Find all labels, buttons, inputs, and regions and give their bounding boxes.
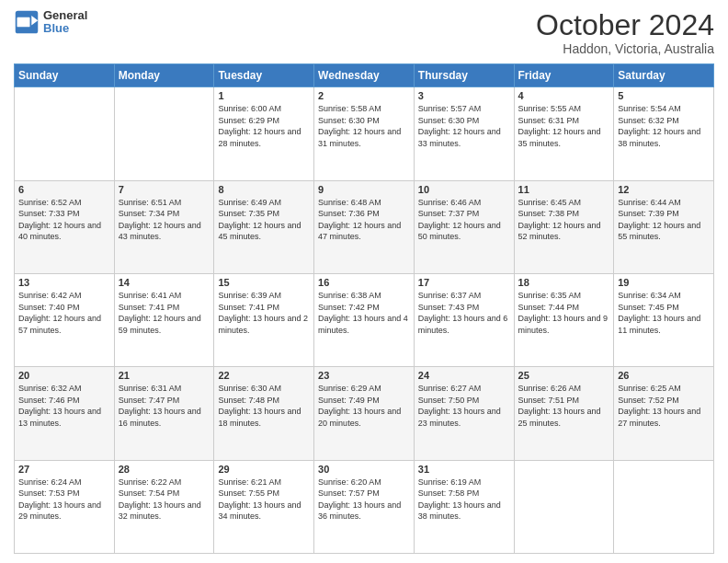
table-row: 18Sunrise: 6:35 AM Sunset: 7:44 PM Dayli… — [514, 273, 614, 366]
col-monday: Monday — [114, 64, 214, 87]
day-number: 13 — [18, 277, 110, 288]
col-thursday: Thursday — [414, 64, 514, 87]
col-wednesday: Wednesday — [314, 64, 415, 87]
calendar-week-row: 27Sunrise: 6:24 AM Sunset: 7:53 PM Dayli… — [15, 460, 714, 553]
table-row: 10Sunrise: 6:46 AM Sunset: 7:37 PM Dayli… — [414, 180, 514, 273]
day-info: Sunrise: 6:48 AM Sunset: 7:36 PM Dayligh… — [318, 197, 410, 243]
day-number: 11 — [518, 184, 610, 195]
day-info: Sunrise: 6:45 AM Sunset: 7:38 PM Dayligh… — [518, 197, 610, 243]
day-number: 15 — [218, 277, 310, 288]
day-info: Sunrise: 6:35 AM Sunset: 7:44 PM Dayligh… — [518, 290, 610, 336]
header: General Blue October 2024 Haddon, Victor… — [14, 9, 714, 56]
day-info: Sunrise: 5:54 AM Sunset: 6:32 PM Dayligh… — [618, 103, 710, 149]
day-info: Sunrise: 6:31 AM Sunset: 7:47 PM Dayligh… — [119, 383, 210, 429]
day-number: 30 — [318, 464, 410, 475]
day-info: Sunrise: 6:37 AM Sunset: 7:43 PM Dayligh… — [418, 290, 510, 336]
day-info: Sunrise: 6:52 AM Sunset: 7:33 PM Dayligh… — [18, 197, 110, 243]
table-row: 22Sunrise: 6:30 AM Sunset: 7:48 PM Dayli… — [214, 367, 314, 460]
day-number: 25 — [518, 370, 610, 381]
day-number: 16 — [318, 277, 410, 288]
day-info: Sunrise: 5:55 AM Sunset: 6:31 PM Dayligh… — [518, 103, 610, 149]
table-row: 31Sunrise: 6:19 AM Sunset: 7:58 PM Dayli… — [414, 460, 514, 553]
day-number: 20 — [18, 370, 110, 381]
table-row: 3Sunrise: 5:57 AM Sunset: 6:30 PM Daylig… — [414, 87, 514, 180]
table-row: 21Sunrise: 6:31 AM Sunset: 7:47 PM Dayli… — [114, 367, 214, 460]
day-info: Sunrise: 6:46 AM Sunset: 7:37 PM Dayligh… — [418, 197, 510, 243]
day-number: 22 — [218, 370, 310, 381]
day-number: 4 — [518, 90, 610, 101]
table-row: 25Sunrise: 6:26 AM Sunset: 7:51 PM Dayli… — [514, 367, 614, 460]
table-row: 20Sunrise: 6:32 AM Sunset: 7:46 PM Dayli… — [15, 367, 115, 460]
logo-text: General Blue — [43, 9, 87, 36]
day-number: 3 — [418, 90, 510, 101]
table-row: 2Sunrise: 5:58 AM Sunset: 6:30 PM Daylig… — [314, 87, 415, 180]
day-number: 5 — [618, 90, 710, 101]
day-number: 29 — [218, 464, 310, 475]
day-info: Sunrise: 5:58 AM Sunset: 6:30 PM Dayligh… — [318, 103, 410, 149]
day-number: 10 — [418, 184, 510, 195]
day-number: 24 — [418, 370, 510, 381]
calendar-week-row: 1Sunrise: 6:00 AM Sunset: 6:29 PM Daylig… — [15, 87, 714, 180]
day-info: Sunrise: 6:42 AM Sunset: 7:40 PM Dayligh… — [18, 290, 110, 336]
table-row — [614, 460, 714, 553]
location: Haddon, Victoria, Australia — [536, 41, 714, 56]
table-row: 8Sunrise: 6:49 AM Sunset: 7:35 PM Daylig… — [214, 180, 314, 273]
table-row: 26Sunrise: 6:25 AM Sunset: 7:52 PM Dayli… — [614, 367, 714, 460]
day-info: Sunrise: 6:30 AM Sunset: 7:48 PM Dayligh… — [218, 383, 310, 429]
day-info: Sunrise: 6:49 AM Sunset: 7:35 PM Dayligh… — [218, 197, 310, 243]
table-row: 14Sunrise: 6:41 AM Sunset: 7:41 PM Dayli… — [114, 273, 214, 366]
day-number: 23 — [318, 370, 410, 381]
calendar-week-row: 6Sunrise: 6:52 AM Sunset: 7:33 PM Daylig… — [15, 180, 714, 273]
day-number: 19 — [618, 277, 710, 288]
table-row: 23Sunrise: 6:29 AM Sunset: 7:49 PM Dayli… — [314, 367, 415, 460]
col-saturday: Saturday — [614, 64, 714, 87]
logo-icon — [14, 9, 40, 35]
day-info: Sunrise: 6:20 AM Sunset: 7:57 PM Dayligh… — [318, 477, 410, 523]
day-number: 9 — [318, 184, 410, 195]
svg-rect-2 — [17, 17, 30, 28]
table-row: 5Sunrise: 5:54 AM Sunset: 6:32 PM Daylig… — [614, 87, 714, 180]
day-info: Sunrise: 6:24 AM Sunset: 7:53 PM Dayligh… — [18, 477, 110, 523]
table-row: 7Sunrise: 6:51 AM Sunset: 7:34 PM Daylig… — [114, 180, 214, 273]
day-info: Sunrise: 6:19 AM Sunset: 7:58 PM Dayligh… — [418, 477, 510, 523]
month-title: October 2024 — [536, 9, 714, 41]
table-row: 4Sunrise: 5:55 AM Sunset: 6:31 PM Daylig… — [514, 87, 614, 180]
day-number: 12 — [618, 184, 710, 195]
table-row: 15Sunrise: 6:39 AM Sunset: 7:41 PM Dayli… — [214, 273, 314, 366]
day-info: Sunrise: 6:21 AM Sunset: 7:55 PM Dayligh… — [218, 477, 310, 523]
day-number: 28 — [119, 464, 210, 475]
day-info: Sunrise: 6:41 AM Sunset: 7:41 PM Dayligh… — [119, 290, 210, 336]
table-row: 24Sunrise: 6:27 AM Sunset: 7:50 PM Dayli… — [414, 367, 514, 460]
day-number: 6 — [18, 184, 110, 195]
table-row: 11Sunrise: 6:45 AM Sunset: 7:38 PM Dayli… — [514, 180, 614, 273]
day-number: 31 — [418, 464, 510, 475]
table-row: 27Sunrise: 6:24 AM Sunset: 7:53 PM Dayli… — [15, 460, 115, 553]
day-number: 8 — [218, 184, 310, 195]
day-number: 7 — [119, 184, 210, 195]
page: General Blue October 2024 Haddon, Victor… — [0, 0, 728, 563]
table-row: 12Sunrise: 6:44 AM Sunset: 7:39 PM Dayli… — [614, 180, 714, 273]
title-section: October 2024 Haddon, Victoria, Australia — [536, 9, 714, 56]
day-info: Sunrise: 6:44 AM Sunset: 7:39 PM Dayligh… — [618, 197, 710, 243]
table-row: 19Sunrise: 6:34 AM Sunset: 7:45 PM Dayli… — [614, 273, 714, 366]
day-number: 27 — [18, 464, 110, 475]
col-tuesday: Tuesday — [214, 64, 314, 87]
day-info: Sunrise: 6:32 AM Sunset: 7:46 PM Dayligh… — [18, 383, 110, 429]
col-friday: Friday — [514, 64, 614, 87]
day-number: 18 — [518, 277, 610, 288]
table-row: 29Sunrise: 6:21 AM Sunset: 7:55 PM Dayli… — [214, 460, 314, 553]
table-row: 1Sunrise: 6:00 AM Sunset: 6:29 PM Daylig… — [214, 87, 314, 180]
table-row: 17Sunrise: 6:37 AM Sunset: 7:43 PM Dayli… — [414, 273, 514, 366]
logo: General Blue — [14, 9, 87, 36]
table-row: 30Sunrise: 6:20 AM Sunset: 7:57 PM Dayli… — [314, 460, 415, 553]
day-number: 14 — [119, 277, 210, 288]
day-number: 2 — [318, 90, 410, 101]
table-row: 16Sunrise: 6:38 AM Sunset: 7:42 PM Dayli… — [314, 273, 415, 366]
logo-general: General — [43, 9, 87, 22]
day-number: 1 — [218, 90, 310, 101]
day-info: Sunrise: 6:38 AM Sunset: 7:42 PM Dayligh… — [318, 290, 410, 336]
table-row: 13Sunrise: 6:42 AM Sunset: 7:40 PM Dayli… — [15, 273, 115, 366]
table-row — [114, 87, 214, 180]
calendar-header-row: Sunday Monday Tuesday Wednesday Thursday… — [15, 64, 714, 87]
day-info: Sunrise: 6:27 AM Sunset: 7:50 PM Dayligh… — [418, 383, 510, 429]
